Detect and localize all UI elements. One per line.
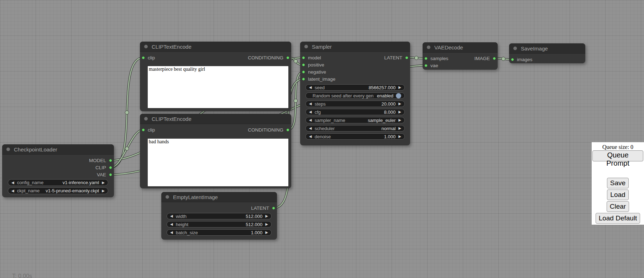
increment-arrow-icon[interactable]: ▶ bbox=[398, 127, 401, 130]
output-label: CONDITIONING bbox=[248, 127, 283, 133]
collapse-dot-icon[interactable] bbox=[144, 117, 148, 121]
node-empty-latent-image[interactable]: EmptyLatentImage LATENT ◀ width 512.000 … bbox=[161, 192, 277, 240]
input-label: vae bbox=[430, 63, 438, 68]
increment-arrow-icon[interactable]: ▶ bbox=[398, 86, 401, 89]
node-title: CLIPTextEncode bbox=[152, 116, 192, 122]
decrement-arrow-icon[interactable]: ◀ bbox=[170, 214, 173, 218]
queue-size-label: Queue size: 0 bbox=[592, 144, 644, 150]
widget-height[interactable]: ◀ height 512.000 ▶ bbox=[167, 221, 272, 228]
load-button[interactable]: Load bbox=[607, 189, 628, 200]
input-port-dot[interactable] bbox=[142, 56, 145, 59]
collapse-dot-icon[interactable] bbox=[6, 148, 10, 151]
widget-denoise[interactable]: ◀ denoise 1.000 ▶ bbox=[305, 133, 405, 140]
collapse-dot-icon[interactable] bbox=[304, 45, 308, 48]
widget-sampler-name[interactable]: ◀ sampler_name sample_euler ▶ bbox=[305, 117, 405, 123]
input-port-dot[interactable] bbox=[302, 56, 305, 59]
node-checkpoint-loader[interactable]: CheckpointLoader MODEL CLIP VAE bbox=[2, 144, 114, 197]
output-label: MODEL bbox=[89, 158, 106, 163]
increment-arrow-icon[interactable]: ▶ bbox=[102, 181, 105, 185]
positive-prompt-textarea[interactable]: masterpiece best quality girl bbox=[148, 66, 288, 108]
widget-steps[interactable]: ◀ steps 20.000 ▶ bbox=[305, 101, 405, 107]
output-row-model: MODEL bbox=[2, 157, 114, 164]
decrement-arrow-icon[interactable]: ◀ bbox=[309, 86, 312, 89]
collapse-dot-icon[interactable] bbox=[513, 47, 517, 50]
widget-config-name[interactable]: ◀ config_name v1-inference.yaml ▶ bbox=[8, 179, 108, 186]
node-clip-text-encode-positive[interactable]: CLIPTextEncode clip CONDITIONING masterp… bbox=[140, 42, 291, 111]
widget-batch-size[interactable]: ◀ batch_size 1.000 ▶ bbox=[167, 229, 272, 236]
decrement-arrow-icon[interactable]: ◀ bbox=[309, 110, 312, 114]
node-title-bar[interactable]: VAEDecode bbox=[423, 42, 498, 53]
node-title-bar[interactable]: EmptyLatentImage bbox=[161, 192, 277, 202]
widget-cfg[interactable]: ◀ cfg 8.000 ▶ bbox=[305, 109, 405, 115]
increment-arrow-icon[interactable]: ▶ bbox=[265, 214, 268, 218]
increment-arrow-icon[interactable]: ▶ bbox=[398, 102, 401, 106]
port-row: LATENT bbox=[161, 204, 277, 212]
increment-arrow-icon[interactable]: ▶ bbox=[265, 231, 268, 234]
output-label: CONDITIONING bbox=[248, 55, 283, 60]
increment-arrow-icon[interactable]: ▶ bbox=[102, 189, 105, 193]
input-port-dot[interactable] bbox=[424, 57, 428, 60]
output-port-dot[interactable] bbox=[405, 56, 408, 59]
input-port-dot[interactable] bbox=[302, 77, 305, 81]
node-title-bar[interactable]: Sampler bbox=[300, 42, 410, 52]
output-label: LATENT bbox=[384, 55, 402, 60]
node-clip-text-encode-negative[interactable]: CLIPTextEncode clip CONDITIONING bad han… bbox=[140, 114, 291, 188]
clear-button[interactable]: Clear bbox=[607, 201, 629, 212]
execution-timer-label: T: 0.00s bbox=[12, 273, 32, 278]
increment-arrow-icon[interactable]: ▶ bbox=[398, 118, 401, 122]
node-title-bar[interactable]: CheckpointLoader bbox=[2, 144, 114, 155]
node-title-bar[interactable]: CLIPTextEncode bbox=[140, 114, 291, 124]
decrement-arrow-icon[interactable]: ◀ bbox=[309, 135, 312, 138]
save-button[interactable]: Save bbox=[607, 178, 629, 188]
output-port-dot[interactable] bbox=[109, 166, 112, 169]
decrement-arrow-icon[interactable]: ◀ bbox=[170, 231, 173, 234]
increment-arrow-icon[interactable]: ▶ bbox=[398, 110, 401, 114]
output-port-dot[interactable] bbox=[493, 57, 496, 60]
input-port-dot[interactable] bbox=[302, 63, 305, 66]
port-row: negative bbox=[300, 68, 410, 75]
output-port-dot[interactable] bbox=[286, 56, 289, 59]
graph-canvas[interactable]: T: 0.00s CheckpointLoader MODEL CLIP bbox=[0, 0, 644, 278]
output-port-dot[interactable] bbox=[109, 159, 112, 162]
input-label: images bbox=[517, 57, 533, 62]
widget-scheduler[interactable]: ◀ scheduler normal ▶ bbox=[305, 125, 405, 132]
port-row: vae bbox=[423, 62, 498, 69]
decrement-arrow-icon[interactable]: ◀ bbox=[11, 189, 14, 193]
collapse-dot-icon[interactable] bbox=[427, 46, 430, 49]
negative-prompt-textarea[interactable]: bad hands bbox=[148, 139, 288, 186]
decrement-arrow-icon[interactable]: ◀ bbox=[11, 181, 14, 185]
node-save-image[interactable]: SaveImage images bbox=[509, 43, 585, 63]
increment-arrow-icon[interactable]: ▶ bbox=[398, 135, 401, 138]
collapse-dot-icon[interactable] bbox=[166, 195, 169, 199]
input-port-dot[interactable] bbox=[511, 58, 514, 61]
output-port-dot[interactable] bbox=[272, 207, 275, 210]
output-port-dot[interactable] bbox=[286, 128, 289, 132]
widget-random-seed-toggle[interactable]: Random seed after every gen enabled bbox=[305, 92, 405, 99]
load-default-button[interactable]: Load Default bbox=[596, 213, 640, 224]
increment-arrow-icon[interactable]: ▶ bbox=[265, 223, 268, 226]
widget-ckpt-name[interactable]: ◀ ckpt_name v1-5-pruned-emaonly.ckpt ▶ bbox=[8, 187, 108, 194]
output-label: IMAGE bbox=[474, 56, 490, 61]
queue-prompt-button[interactable]: Queue Prompt bbox=[592, 150, 643, 161]
collapse-dot-icon[interactable] bbox=[144, 45, 148, 48]
input-port-dot[interactable] bbox=[424, 64, 428, 67]
node-title-bar[interactable]: SaveImage bbox=[509, 43, 585, 54]
queue-panel: Queue size: 0 Queue Prompt Save Load Cle… bbox=[592, 142, 644, 225]
input-label: clip bbox=[148, 55, 155, 60]
node-title-bar[interactable]: CLIPTextEncode bbox=[140, 42, 291, 52]
node-sampler[interactable]: Sampler model LATENT positive bbox=[300, 42, 410, 145]
input-port-dot[interactable] bbox=[302, 70, 305, 74]
node-title: EmptyLatentImage bbox=[173, 194, 218, 200]
widget-seed[interactable]: ◀ seed 8566257.000 ▶ bbox=[305, 84, 405, 91]
input-port-dot[interactable] bbox=[142, 128, 145, 132]
decrement-arrow-icon[interactable]: ◀ bbox=[309, 102, 312, 106]
input-label: positive bbox=[308, 62, 324, 68]
output-port-dot[interactable] bbox=[109, 173, 112, 176]
toggle-knob-icon[interactable] bbox=[396, 93, 401, 98]
decrement-arrow-icon[interactable]: ◀ bbox=[170, 223, 173, 226]
decrement-arrow-icon[interactable]: ◀ bbox=[309, 127, 312, 130]
node-title: Sampler bbox=[312, 44, 332, 50]
decrement-arrow-icon[interactable]: ◀ bbox=[309, 118, 312, 122]
widget-width[interactable]: ◀ width 512.000 ▶ bbox=[167, 213, 272, 219]
node-vae-decode[interactable]: VAEDecode samples IMAGE vae bbox=[423, 42, 498, 70]
